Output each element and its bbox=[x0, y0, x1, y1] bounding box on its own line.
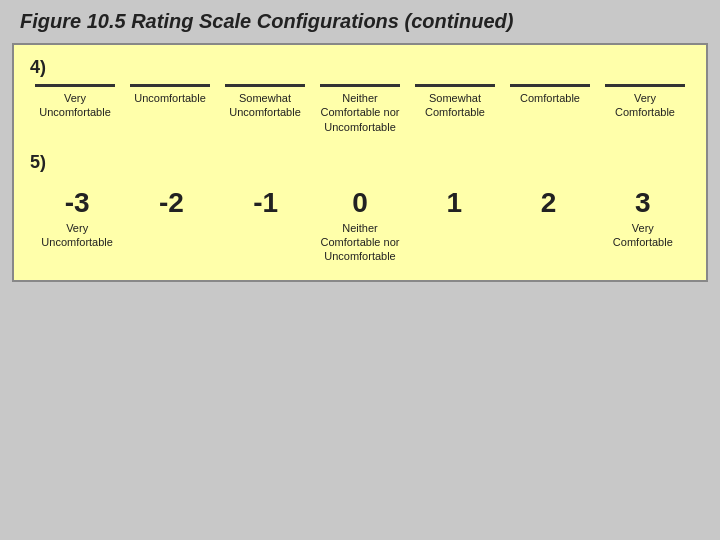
scale-line-2 bbox=[225, 84, 305, 87]
scale5-number-0: -3 bbox=[65, 187, 90, 219]
scale-line-5 bbox=[510, 84, 590, 87]
scale5-number-5: 2 bbox=[541, 187, 557, 219]
scale5-item-2: -1 bbox=[219, 187, 313, 221]
scale5-number-2: -1 bbox=[253, 187, 278, 219]
scale4-item-5: Comfortable bbox=[505, 84, 595, 105]
section5-divider: 5) bbox=[30, 152, 690, 179]
scale5-item-0: -3Very Uncomfortable bbox=[30, 187, 124, 250]
scale5-number-3: 0 bbox=[352, 187, 368, 219]
scale5-number-1: -2 bbox=[159, 187, 184, 219]
scale4-label-1: Uncomfortable bbox=[134, 91, 206, 105]
scale4-item-2: Somewhat Uncomfortable bbox=[220, 84, 310, 120]
scale4-item-3: Neither Comfortable nor Uncomfortable bbox=[315, 84, 405, 134]
scale4-item-6: Very Comfortable bbox=[600, 84, 690, 120]
main-box: 4) Very UncomfortableUncomfortableSomewh… bbox=[12, 43, 708, 282]
section4-label: 4) bbox=[30, 57, 690, 78]
scale4-label-2: Somewhat Uncomfortable bbox=[229, 91, 301, 120]
scale5-sublabel-6: Very Comfortable bbox=[613, 221, 673, 250]
scale5-item-3: 0Neither Comfortable nor Uncomfortable bbox=[313, 187, 407, 264]
scale5-item-5: 2 bbox=[501, 187, 595, 221]
scale-line-3 bbox=[320, 84, 400, 87]
scale4-label-6: Very Comfortable bbox=[615, 91, 675, 120]
section5-scale-row: -3Very Uncomfortable-2-10Neither Comfort… bbox=[30, 187, 690, 264]
scale-line-1 bbox=[130, 84, 210, 87]
section4-scale-row: Very UncomfortableUncomfortableSomewhat … bbox=[30, 84, 690, 134]
scale5-sublabel-3: Neither Comfortable nor Uncomfortable bbox=[321, 221, 400, 264]
scale4-label-5: Comfortable bbox=[520, 91, 580, 105]
scale4-label-4: Somewhat Comfortable bbox=[425, 91, 485, 120]
scale4-label-3: Neither Comfortable nor Uncomfortable bbox=[321, 91, 400, 134]
scale4-item-4: Somewhat Comfortable bbox=[410, 84, 500, 120]
scale5-item-4: 1 bbox=[407, 187, 501, 221]
page-title: Figure 10.5 Rating Scale Configurations … bbox=[20, 10, 513, 33]
scale5-item-1: -2 bbox=[124, 187, 218, 221]
scale-line-0 bbox=[35, 84, 115, 87]
scale5-item-6: 3Very Comfortable bbox=[596, 187, 690, 250]
scale-line-6 bbox=[605, 84, 685, 87]
scale4-item-1: Uncomfortable bbox=[125, 84, 215, 105]
scale5-number-6: 3 bbox=[635, 187, 651, 219]
scale-line-4 bbox=[415, 84, 495, 87]
scale5-sublabel-0: Very Uncomfortable bbox=[41, 221, 113, 250]
scale4-item-0: Very Uncomfortable bbox=[30, 84, 120, 120]
scale5-number-4: 1 bbox=[446, 187, 462, 219]
scale4-label-0: Very Uncomfortable bbox=[39, 91, 111, 120]
section5-label: 5) bbox=[30, 152, 690, 173]
